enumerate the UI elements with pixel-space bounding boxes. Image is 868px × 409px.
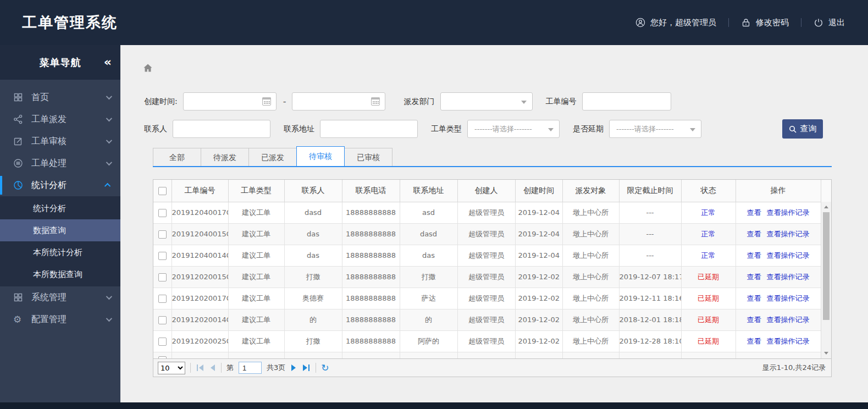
tab-已审核[interactable]: 已审核 <box>344 148 392 166</box>
sidebar-item-工单处理[interactable]: 工单处理 <box>0 152 120 174</box>
cell-deadline: --- <box>619 202 681 223</box>
cell-creator: 超级管理员 <box>457 288 515 309</box>
change-password-label: 修改密码 <box>756 18 789 28</box>
address-input[interactable] <box>320 120 418 138</box>
first-page-button[interactable] <box>196 364 204 371</box>
calendar-icon[interactable] <box>262 97 271 106</box>
chevron-down-icon <box>106 115 112 121</box>
chevron-down-icon <box>548 128 554 131</box>
filter-row-1: 创建时间: - 派发部门 工单编号 <box>144 92 832 110</box>
view-log-link[interactable]: 查看操作记录 <box>767 337 810 345</box>
sidebar-subitem-本所数据查询[interactable]: 本所数据查询 <box>0 263 120 285</box>
cell-status: 已延期 <box>681 330 736 352</box>
cell-address: 的 <box>400 309 457 330</box>
row-checkbox[interactable] <box>158 252 167 260</box>
column-header-工单编号: 工单编号 <box>172 180 228 202</box>
row-checkbox[interactable] <box>158 316 167 324</box>
cell-type: 建议工单 <box>228 223 284 245</box>
delay-select[interactable]: -------请选择------- <box>609 120 701 138</box>
delay-select-placeholder: -------请选择------- <box>616 124 674 134</box>
view-link[interactable]: 查看 <box>747 208 761 217</box>
search-button-label: 查询 <box>800 124 817 134</box>
view-link[interactable]: 查看 <box>747 294 761 302</box>
cell-address: 打撒 <box>400 266 457 288</box>
row-checkbox[interactable] <box>158 338 167 346</box>
type-select-placeholder: -------请选择------- <box>474 124 532 134</box>
last-page-button[interactable] <box>302 364 311 371</box>
tab-待派发[interactable]: 待派发 <box>201 148 249 166</box>
status-badge: 已延期 <box>698 273 719 281</box>
view-link[interactable]: 查看 <box>747 316 761 324</box>
magnifier-icon <box>789 125 797 133</box>
row-checkbox[interactable] <box>158 356 167 360</box>
create-time-end-input[interactable] <box>292 92 385 110</box>
contact-input[interactable] <box>173 120 270 138</box>
sidebar-item-配置管理[interactable]: ⚙配置管理 <box>0 308 120 330</box>
chevron-down-icon <box>106 294 112 300</box>
scroll-up-arrow-icon[interactable] <box>821 202 831 212</box>
page-size-select[interactable]: 10 <box>158 362 185 374</box>
refresh-icon[interactable]: ↻ <box>321 363 329 373</box>
vertical-scrollbar[interactable] <box>821 202 831 358</box>
view-log-link[interactable]: 查看操作记录 <box>767 230 810 238</box>
sidebar-item-label: 工单审核 <box>31 136 67 147</box>
cell-order_no: 201912020017C <box>172 288 228 309</box>
grid-icon <box>13 92 23 102</box>
view-log-link[interactable]: 查看操作记录 <box>767 294 810 302</box>
tab-待审核[interactable]: 待审核 <box>296 146 345 166</box>
create-time-start-input[interactable] <box>183 92 277 110</box>
row-checkbox[interactable] <box>158 295 167 303</box>
logout-button[interactable]: 退出 <box>814 18 845 28</box>
view-log-link[interactable]: 查看操作记录 <box>767 273 810 281</box>
cell-order_no: 201912040015C <box>172 223 228 245</box>
table-row-partial <box>153 352 832 359</box>
view-log-link[interactable]: 查看操作记录 <box>767 208 810 217</box>
cell-target: 墩上中心所 <box>562 202 619 223</box>
scrollbar-thumb[interactable] <box>823 212 830 320</box>
select-all-checkbox[interactable] <box>158 187 167 195</box>
view-link[interactable]: 查看 <box>747 337 761 345</box>
row-checkbox[interactable] <box>158 230 167 239</box>
scroll-down-arrow-icon[interactable] <box>821 349 831 358</box>
home-icon[interactable] <box>142 63 153 74</box>
row-checkbox-cell <box>153 223 172 245</box>
view-link[interactable]: 查看 <box>747 230 761 238</box>
sidebar-item-统计分析[interactable]: 统计分析 <box>0 174 120 196</box>
change-password-button[interactable]: 修改密码 <box>741 18 789 28</box>
next-page-button[interactable] <box>290 364 297 371</box>
page-number-input[interactable] <box>239 362 262 374</box>
view-log-link[interactable]: 查看操作记录 <box>767 316 810 324</box>
share-icon <box>13 114 23 124</box>
order-no-input[interactable] <box>582 92 671 110</box>
tab-已派发[interactable]: 已派发 <box>248 148 297 166</box>
sidebar-item-工单派发[interactable]: 工单派发 <box>0 108 120 130</box>
calendar-icon[interactable] <box>371 97 380 106</box>
prev-page-button[interactable] <box>209 364 216 371</box>
cell-actions: 查看查看操作记录 <box>736 309 821 330</box>
sidebar-item-系统管理[interactable]: 系统管理 <box>0 286 120 308</box>
sidebar-item-工单审核[interactable]: 工单审核 <box>0 130 120 152</box>
cell-deadline: --- <box>619 223 681 245</box>
footer-bar <box>0 402 868 409</box>
column-header-派发对象: 派发对象 <box>562 180 619 202</box>
cell-created: 2019-12-04 15 <box>515 202 562 223</box>
cell-address: asd <box>400 202 457 223</box>
double-chevron-left-icon[interactable]: « <box>104 54 110 68</box>
address-label: 联系地址 <box>284 124 314 134</box>
user-greeting[interactable]: 您好，超级管理员 <box>635 18 716 28</box>
pager-divider <box>316 363 316 373</box>
sidebar-subitem-数据查询[interactable]: 数据查询 <box>0 219 120 241</box>
cell-status: 正常 <box>681 202 736 223</box>
row-checkbox[interactable] <box>158 273 167 281</box>
view-link[interactable]: 查看 <box>747 251 761 259</box>
sidebar-subitem-本所统计分析[interactable]: 本所统计分析 <box>0 241 120 263</box>
tab-全部[interactable]: 全部 <box>153 148 201 166</box>
search-button[interactable]: 查询 <box>782 119 823 139</box>
sidebar-item-首页[interactable]: 首页 <box>0 86 120 108</box>
sidebar-subitem-统计分析[interactable]: 统计分析 <box>0 197 120 219</box>
dept-select[interactable] <box>440 92 533 110</box>
type-select[interactable]: -------请选择------- <box>467 120 560 138</box>
view-link[interactable]: 查看 <box>747 273 761 281</box>
view-log-link[interactable]: 查看操作记录 <box>767 251 810 259</box>
row-checkbox[interactable] <box>158 209 167 217</box>
